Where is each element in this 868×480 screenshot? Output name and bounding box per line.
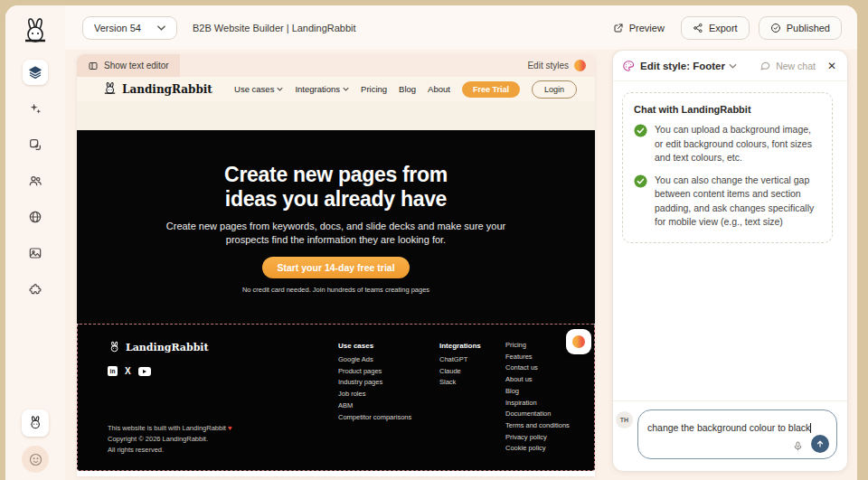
footer-link[interactable]: ABM	[338, 400, 411, 412]
footer-copyright: Copyright © 2026 LandingRabbit.	[108, 434, 231, 445]
nav-item-pricing[interactable]: Pricing	[361, 84, 387, 94]
show-text-editor-label: Show text editor	[104, 61, 169, 71]
close-icon[interactable]: ✕	[827, 60, 836, 72]
website-canvas: Show text editor Edit styles	[77, 54, 595, 476]
footer-rights: All rights reserved.	[108, 445, 231, 456]
nav-item-use-cases[interactable]: Use cases	[234, 84, 283, 94]
preview-button[interactable]: Preview	[606, 17, 672, 39]
globe-icon	[28, 210, 42, 224]
site-navbar: LandingRabbit Use cases Integrations Pri…	[77, 77, 595, 101]
footer-link[interactable]: Cookie policy	[505, 443, 570, 455]
footer-link[interactable]: Product pages	[338, 366, 411, 378]
footer-link[interactable]: Pricing	[505, 340, 570, 352]
panel-title[interactable]: Edit style: Footer	[640, 61, 725, 71]
footer-section-selected[interactable]: LandingRabbit in X Use cases Google AdsP…	[77, 324, 595, 471]
footer-link[interactable]: Terms and conditions	[505, 420, 570, 432]
nav-item-about[interactable]: About	[428, 84, 450, 94]
show-text-editor-button[interactable]: Show text editor	[77, 54, 180, 77]
preview-label: Preview	[629, 23, 665, 33]
sidebar-item-pages[interactable]	[23, 132, 48, 157]
chat-intro-bullet: You can upload a background image, or ed…	[634, 123, 821, 165]
chat-bubble-icon	[760, 60, 771, 71]
footer-built-with: This website is built with LandingRabbit	[108, 424, 226, 432]
sidebar-item-integrations[interactable]	[23, 277, 48, 302]
microphone-icon[interactable]	[792, 440, 804, 452]
hero-heading: Create new pages from ideas you already …	[77, 163, 595, 211]
topbar: Version 54 B2B Website Builder | Landing…	[65, 5, 857, 50]
hero-subtitle: Create new pages from keywords, docs, an…	[153, 220, 519, 246]
footer-column-title: Integrations	[439, 340, 481, 352]
footer-link[interactable]: Industry pages	[338, 377, 411, 389]
footer-link[interactable]: Inspiration	[505, 398, 570, 409]
sparkles-icon	[28, 101, 42, 116]
footer-link[interactable]: ChatGPT	[439, 354, 481, 366]
sidebar-item-images[interactable]	[23, 240, 48, 266]
footer-link[interactable]: Slack	[439, 377, 481, 389]
send-button[interactable]	[811, 435, 829, 453]
footer-socials: in X	[108, 366, 151, 376]
footer-brand: LandingRabbit	[108, 341, 209, 354]
footer-link[interactable]: Features	[505, 352, 570, 363]
sidebar-item-globe[interactable]	[23, 204, 48, 230]
style-swatch-icon	[572, 335, 585, 348]
sidebar-item-users[interactable]	[23, 168, 48, 193]
footer-link[interactable]: Documentation	[505, 409, 570, 420]
login-button[interactable]: Login	[532, 80, 577, 99]
check-circle-icon	[770, 23, 781, 33]
footer-link[interactable]: Job roles	[338, 389, 411, 400]
chevron-down-icon[interactable]	[729, 63, 737, 69]
nav-label: About	[428, 84, 450, 94]
published-button[interactable]: Published	[759, 16, 842, 40]
pages-icon	[28, 137, 42, 152]
footer-legal: This website is built with LandingRabbit…	[108, 423, 231, 455]
footer-link[interactable]: Contact us	[505, 362, 570, 374]
footer-link[interactable]: Privacy policy	[505, 432, 570, 444]
chat-intro-bullet: You can also change the vertical gap bet…	[634, 174, 821, 230]
version-label: Version 54	[94, 23, 141, 33]
site-rabbit-logo-icon	[102, 81, 118, 97]
site-brand[interactable]: LandingRabbit	[102, 81, 212, 97]
nav-label: Blog	[399, 84, 416, 94]
sidebar-item-layers[interactable]	[23, 60, 48, 85]
edit-styles-button[interactable]: Edit styles	[527, 60, 586, 71]
palette-icon	[622, 60, 635, 72]
nav-label: Pricing	[361, 84, 387, 94]
chat-intro-title: Chat with LandingRabbit	[634, 104, 821, 115]
panel-header: Edit style: Footer New chat ✕	[613, 51, 847, 81]
smiley-icon	[28, 452, 43, 467]
hero-section: Create new pages from ideas you already …	[77, 130, 595, 324]
check-circle-icon	[634, 174, 647, 188]
footer-column-company: PricingFeaturesContact usAbout usBlogIns…	[505, 340, 570, 455]
document-title: B2B Website Builder | LandingRabbit	[193, 23, 356, 33]
footer-link[interactable]: About us	[505, 374, 570, 386]
assistant-rabbit-button[interactable]	[22, 409, 49, 437]
footer-rabbit-logo-icon	[108, 341, 121, 354]
linkedin-icon[interactable]: in	[108, 366, 118, 376]
footer-link[interactable]: Blog	[505, 386, 570, 398]
footer-column-title: Use cases	[338, 340, 411, 352]
share-icon	[693, 23, 703, 33]
nav-item-blog[interactable]: Blog	[399, 84, 416, 94]
footer-link[interactable]: Claude	[439, 366, 481, 378]
version-select[interactable]: Version 54	[82, 16, 177, 40]
nav-item-integrations[interactable]: Integrations	[295, 84, 349, 94]
youtube-icon[interactable]	[138, 367, 151, 376]
footer-link[interactable]: Google Ads	[338, 354, 411, 366]
sidebar-item-ai[interactable]	[23, 96, 48, 121]
x-twitter-icon[interactable]: X	[125, 366, 131, 376]
chat-message-input[interactable]: change the background colour to black	[637, 409, 837, 459]
new-chat-button[interactable]: New chat	[760, 60, 816, 71]
published-label: Published	[787, 23, 830, 33]
export-button[interactable]: Export	[681, 16, 750, 40]
app-window: Version 54 B2B Website Builder | Landing…	[5, 5, 857, 480]
app-logo-rabbit-icon	[20, 16, 51, 47]
edit-styles-label: Edit styles	[527, 61, 569, 71]
footer-edit-style-button[interactable]	[566, 329, 591, 354]
nav-label: Use cases	[234, 84, 274, 94]
start-free-trial-button[interactable]: Start your 14-day free trial	[262, 257, 409, 278]
feedback-button[interactable]	[22, 446, 49, 473]
text-caret	[810, 423, 811, 433]
free-trial-button[interactable]: Free Trial	[462, 81, 520, 98]
arrow-up-icon	[815, 438, 826, 449]
footer-link[interactable]: Competitor comparisons	[338, 412, 411, 424]
